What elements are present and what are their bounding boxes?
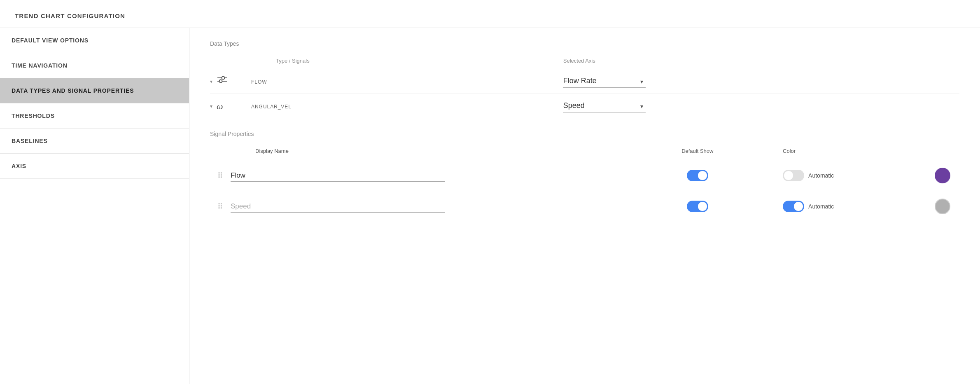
auto-color-switch-speed[interactable] — [783, 201, 804, 212]
right-panel: Data Types Type / Signals Selected Axis — [189, 28, 980, 384]
signal-name-input-flow[interactable] — [231, 170, 445, 182]
chevron-down-icon-flow[interactable]: ▾ — [210, 79, 212, 84]
sidebar-item-baselines[interactable]: BASELINES — [0, 129, 189, 154]
sp-col-default-show: Default Show — [629, 145, 767, 160]
col-header-selected-axis: Selected Axis — [563, 55, 959, 69]
signal-row-flow: ⠿ — [210, 160, 959, 191]
svg-point-1 — [222, 77, 225, 80]
data-types-label: Data Types — [210, 40, 959, 47]
data-type-row-angular-vel: ▾ ω ANGULAR_VEL Speed Flow Rate — [210, 94, 959, 119]
svg-point-3 — [219, 80, 222, 83]
drag-dots-speed: ⠿ — [217, 202, 224, 211]
data-types-table: Type / Signals Selected Axis ▾ — [210, 55, 959, 118]
page-title: TREND CHART CONFIGURATION — [0, 12, 980, 28]
flow-axis-select-wrapper: Flow Rate Speed Pressure ▾ — [563, 75, 646, 88]
color-cell-speed: Automatic — [766, 201, 935, 212]
drag-handle-speed[interactable]: ⠿ — [210, 202, 231, 211]
data-type-row-flow: ▾ — [210, 69, 959, 94]
flow-type-icon — [217, 76, 228, 87]
toggle-slider-flow — [687, 170, 708, 181]
flow-axis-select[interactable]: Flow Rate Speed Pressure — [563, 75, 646, 88]
angular-vel-axis-select-wrapper: Speed Flow Rate Pressure ▾ — [563, 100, 646, 112]
toggle-cell-flow — [629, 160, 767, 191]
auto-color-toggle-flow: Automatic — [783, 170, 834, 181]
drag-dots-flow: ⠿ — [217, 171, 224, 180]
main-content: DEFAULT VIEW OPTIONS TIME NAVIGATION DAT… — [0, 28, 980, 384]
toggle-slider-speed — [687, 201, 708, 212]
row-controls-flow: ▾ — [210, 76, 243, 87]
drag-handle-flow[interactable]: ⠿ — [210, 171, 231, 180]
auto-color-slider-speed — [783, 201, 804, 212]
sp-col-display-name: Display Name — [231, 145, 629, 160]
auto-label-speed: Automatic — [808, 203, 834, 210]
col-header-type-signals: Type / Signals — [243, 55, 563, 69]
color-cell-flow: Automatic — [766, 170, 935, 181]
sidebar-item-default-view[interactable]: DEFAULT VIEW OPTIONS — [0, 28, 189, 53]
color-swatch-flow[interactable] — [935, 168, 950, 183]
row-controls-angular-vel: ▾ ω — [210, 101, 243, 112]
auto-color-switch-flow[interactable] — [783, 170, 804, 181]
signal-name-input-speed[interactable] — [231, 201, 445, 213]
auto-label-flow: Automatic — [808, 172, 834, 179]
auto-color-toggle-speed: Automatic — [783, 201, 834, 212]
angular-vel-axis-select[interactable]: Speed Flow Rate Pressure — [563, 100, 646, 112]
default-show-toggle-speed[interactable] — [687, 201, 708, 212]
default-show-toggle-flow[interactable] — [687, 170, 708, 181]
signal-props-table: Display Name Default Show Color ⠿ — [210, 145, 959, 222]
color-swatch-speed[interactable] — [935, 199, 950, 214]
flow-type-name: FLOW — [243, 79, 267, 85]
sidebar-item-data-types[interactable]: DATA TYPES AND SIGNAL PROPERTIES — [0, 78, 189, 103]
sidebar-item-axis[interactable]: AXIS — [0, 154, 189, 179]
sp-col-color: Color — [766, 145, 935, 160]
signal-properties-section: Signal Properties Display Name Default S… — [210, 131, 959, 222]
chevron-down-icon-angular-vel[interactable]: ▾ — [210, 103, 212, 109]
sidebar: DEFAULT VIEW OPTIONS TIME NAVIGATION DAT… — [0, 28, 189, 384]
signal-properties-label: Signal Properties — [210, 131, 959, 137]
angular-vel-type-icon: ω — [217, 101, 223, 112]
sidebar-item-time-navigation[interactable]: TIME NAVIGATION — [0, 53, 189, 78]
toggle-cell-speed — [629, 191, 767, 222]
page-wrapper: TREND CHART CONFIGURATION DEFAULT VIEW O… — [0, 0, 980, 384]
auto-color-slider-flow — [783, 170, 804, 181]
sidebar-item-thresholds[interactable]: THRESHOLDS — [0, 103, 189, 129]
signal-row-speed: ⠿ — [210, 191, 959, 222]
angular-vel-type-name: ANGULAR_VEL — [243, 104, 292, 110]
